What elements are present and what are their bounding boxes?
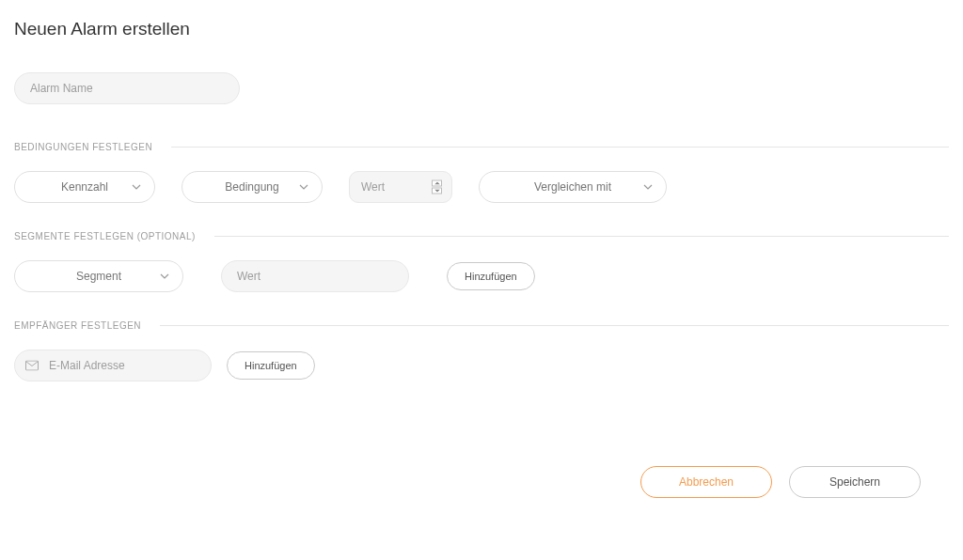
segments-header: SEGMENTE FESTLEGEN (OPTIONAL) [14,231,214,241]
chevron-down-icon [643,184,653,190]
segment-value-input[interactable] [221,260,409,292]
chevron-down-icon [299,184,308,190]
recipients-section: EMPFÄNGER FESTLEGEN Hinzufügen [14,320,949,381]
cancel-button[interactable]: Abbrechen [640,466,772,498]
stepper-up-button[interactable] [432,180,442,187]
alarm-name-input[interactable] [14,72,240,104]
add-recipient-button[interactable]: Hinzufügen [227,351,315,380]
stepper-down-button[interactable] [432,188,442,194]
value-number-field[interactable] [361,180,418,194]
segment-dropdown[interactable]: Segment [14,260,183,292]
chevron-down-icon [160,273,169,279]
segment-dropdown-label: Segment [76,270,121,283]
recipients-header: EMPFÄNGER FESTLEGEN [14,320,160,331]
divider [160,325,949,326]
metric-dropdown[interactable]: Kennzahl [14,171,155,203]
segments-section: SEGMENTE FESTLEGEN (OPTIONAL) Segment Hi… [14,231,949,292]
condition-dropdown-label: Bedingung [225,180,278,194]
condition-dropdown[interactable]: Bedingung [182,171,323,203]
compare-dropdown-label: Vergleichen mit [534,180,611,194]
chevron-down-icon [132,184,141,190]
conditions-section: BEDINGUNGEN FESTLEGEN Kennzahl Bedingung [14,142,949,203]
page-title: Neuen Alarm erstellen [14,19,949,39]
add-segment-button[interactable]: Hinzufügen [447,262,535,290]
footer-actions: Abbrechen Speichern [14,466,949,498]
conditions-header: BEDINGUNGEN FESTLEGEN [14,142,171,152]
email-input[interactable] [14,350,212,381]
compare-dropdown[interactable]: Vergleichen mit [479,171,667,203]
metric-dropdown-label: Kennzahl [61,180,108,194]
divider [171,147,949,148]
number-stepper [432,180,442,194]
value-number-input[interactable] [349,171,452,203]
divider [214,236,949,237]
save-button[interactable]: Speichern [789,466,921,498]
